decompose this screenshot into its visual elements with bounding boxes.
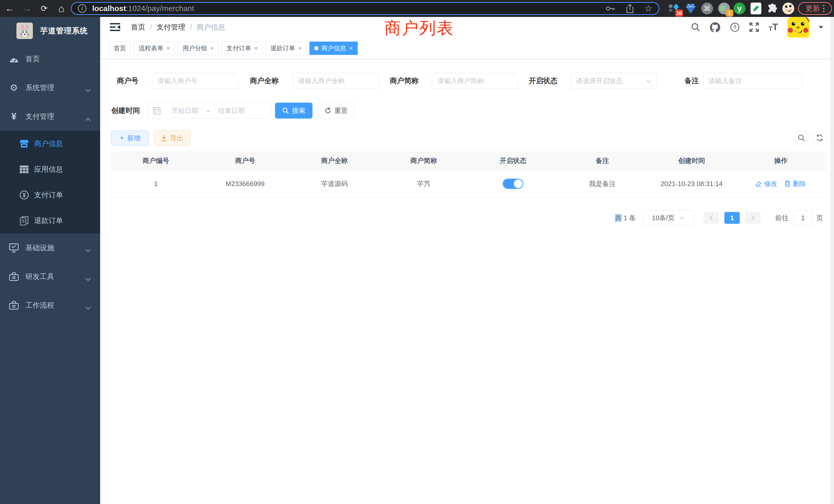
full-name-input[interactable] xyxy=(293,73,379,89)
start-date-placeholder[interactable]: 开始日期 xyxy=(172,106,198,115)
status-toggle[interactable] xyxy=(503,179,523,189)
edit-pencil-icon xyxy=(756,181,762,187)
sidebar-item-dev-tools[interactable]: 研发工具 xyxy=(0,262,100,291)
annotation-title: 商户列表 xyxy=(385,17,454,39)
page-size-select[interactable]: 10条/页 xyxy=(642,210,694,225)
browser-reload-icon[interactable]: ⟳ xyxy=(38,0,50,17)
password-key-icon[interactable] xyxy=(606,5,615,12)
tab-pay-order[interactable]: 支付订单× xyxy=(222,42,263,55)
browser-forward-icon[interactable]: → xyxy=(21,0,33,17)
search-button[interactable]: 搜索 xyxy=(275,102,312,118)
sidebar-item-home[interactable]: 首页 xyxy=(0,45,100,73)
search-icon xyxy=(798,134,805,141)
close-icon[interactable]: × xyxy=(210,45,214,52)
refresh-icon xyxy=(325,107,331,114)
remark-input[interactable] xyxy=(703,73,802,89)
fullscreen-icon[interactable] xyxy=(749,22,759,32)
browser-menu-icon[interactable] xyxy=(823,8,825,9)
close-icon[interactable]: × xyxy=(254,45,258,52)
address-bar[interactable]: i localhost:1024/pay/merchant ☆ xyxy=(71,2,659,15)
gear-icon: ⚙ xyxy=(8,83,19,93)
col-header: 商户编号 xyxy=(111,152,200,170)
app-title: 芋道管理系统 xyxy=(40,26,88,36)
yen-icon: ¥ xyxy=(8,111,19,122)
sidebar-item-label: 商户信息 xyxy=(34,139,63,148)
tab-merchant-info[interactable]: 商户信息× xyxy=(309,42,358,55)
refresh-table-button[interactable] xyxy=(812,130,827,145)
browser-update-button[interactable]: 更新 xyxy=(798,2,832,15)
page-unit-label: 页 xyxy=(816,210,823,225)
extensions-puzzle-icon[interactable] xyxy=(766,2,778,15)
close-icon[interactable]: × xyxy=(298,45,302,52)
short-name-input[interactable] xyxy=(432,73,518,89)
create-time-range-picker[interactable]: 开始日期 - 结束日期 xyxy=(148,102,271,118)
browser-back-icon[interactable]: ← xyxy=(4,0,16,17)
full-name-label: 商户全称 xyxy=(250,73,279,89)
sidebar-item-label: 退款订单 xyxy=(34,216,63,226)
extension-doc-icon[interactable] xyxy=(750,2,762,15)
sidebar-item-app-info[interactable]: 应用信息 xyxy=(0,157,100,182)
browser-home-icon[interactable]: ⌂ xyxy=(55,0,68,17)
col-header: 商户简称 xyxy=(379,152,468,170)
shop-icon xyxy=(19,139,29,148)
sidebar-item-label: 首页 xyxy=(25,54,40,64)
edit-link[interactable]: 修改 xyxy=(756,179,777,188)
chevron-down-icon xyxy=(679,216,684,220)
breadcrumb-payment[interactable]: 支付管理 xyxy=(157,22,185,32)
breadcrumb-home[interactable]: 首页 xyxy=(131,22,145,32)
scrollbar-gutter[interactable] xyxy=(830,17,834,504)
export-button[interactable]: 导出 xyxy=(154,131,190,145)
tab-home[interactable]: 首页 xyxy=(109,42,131,55)
reset-button[interactable]: 重置 xyxy=(318,102,354,118)
github-icon[interactable] xyxy=(709,22,721,32)
prev-page-button[interactable] xyxy=(704,212,719,224)
sidebar-item-infrastructure[interactable]: 基础设施 xyxy=(0,233,100,262)
close-icon[interactable]: × xyxy=(349,45,353,52)
tab-refund-order[interactable]: 退款订单× xyxy=(265,42,307,55)
col-header: 备注 xyxy=(558,152,647,170)
user-avatar[interactable] xyxy=(787,17,809,39)
merchant-table: 商户编号 商户号 商户全称 商户简称 开启状态 备注 创建时间 操作 1 M23… xyxy=(111,152,826,198)
page-1-button[interactable]: 1 xyxy=(724,212,740,224)
refresh-icon xyxy=(816,134,823,141)
bookmark-star-icon[interactable]: ☆ xyxy=(644,3,653,14)
delete-link[interactable]: 删除 xyxy=(785,179,806,188)
extension-diamond-icon[interactable]: 10 xyxy=(667,2,680,15)
help-icon[interactable]: ? xyxy=(730,22,740,32)
font-size-icon[interactable]: TT xyxy=(769,23,778,32)
site-info-icon[interactable]: i xyxy=(78,4,87,13)
short-name-label: 商户简称 xyxy=(390,73,419,89)
add-button[interactable]: + 新增 xyxy=(111,131,149,145)
extension-command-icon[interactable]: ⌘ xyxy=(701,2,713,15)
payment-submenu: 商户信息 应用信息 支付订单 退款订单 xyxy=(0,131,100,233)
tab-user-group[interactable]: 用户分组× xyxy=(178,42,219,55)
tab-process-form[interactable]: 流程表单× xyxy=(134,42,175,55)
close-icon[interactable]: × xyxy=(167,45,170,52)
next-page-button[interactable] xyxy=(745,212,761,224)
sidebar-item-merchant-info[interactable]: 商户信息 xyxy=(0,131,100,157)
sidebar-collapse-icon[interactable] xyxy=(110,23,120,32)
goto-page-input[interactable] xyxy=(793,210,812,225)
extension-y-icon[interactable]: y xyxy=(733,2,746,15)
avatar-caret-icon[interactable] xyxy=(818,26,823,29)
sidebar-item-workflow[interactable]: 工作流程 xyxy=(0,291,100,320)
cell-merchant-id: 1 xyxy=(111,170,200,197)
col-header: 商户全称 xyxy=(290,152,379,170)
status-select[interactable]: 请选择开启状态 xyxy=(571,73,657,89)
end-date-placeholder[interactable]: 结束日期 xyxy=(218,106,245,115)
sidebar-item-refund-order[interactable]: 退款订单 xyxy=(0,208,100,233)
extension-gem-icon[interactable] xyxy=(684,2,697,15)
tags-view: 首页 流程表单× 用户分组× 支付订单× 退款订单× 商户信息× xyxy=(100,38,834,59)
extension-camera-icon[interactable]: 1 xyxy=(718,2,730,15)
app-logo-row[interactable]: 🐰 芋道管理系统 xyxy=(0,17,100,45)
sidebar-item-payment[interactable]: ¥ 支付管理 xyxy=(0,102,100,131)
sidebar-item-pay-order[interactable]: 支付订单 xyxy=(0,182,100,208)
show-search-toggle-button[interactable] xyxy=(794,130,809,145)
profile-avatar-icon[interactable] xyxy=(782,2,794,15)
share-icon[interactable] xyxy=(626,4,634,13)
merchant-no-input[interactable] xyxy=(152,73,238,89)
active-dot-icon xyxy=(314,46,319,50)
sidebar-item-system[interactable]: ⚙ 系统管理 xyxy=(0,73,100,102)
col-header: 操作 xyxy=(736,152,826,170)
header-search-icon[interactable] xyxy=(691,23,700,32)
